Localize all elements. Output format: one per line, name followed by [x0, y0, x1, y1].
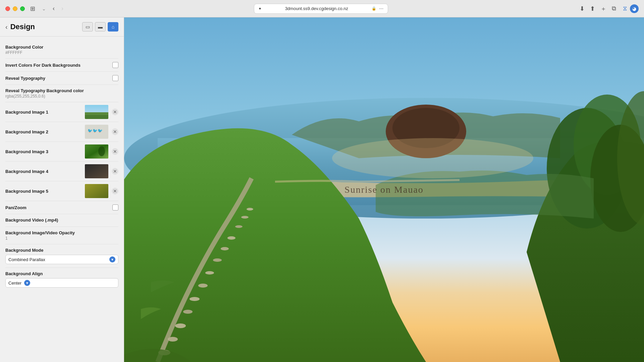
bg-image-1-remove-button[interactable]: ✕ [112, 109, 118, 115]
browser-chrome: ⊞ ⌄ ‹ › ✦ 3dmount.ss9.dev.cgdesign.co.nz… [0, 0, 644, 17]
forward-button: › [60, 4, 65, 13]
desktop-view-button[interactable]: ▭ [82, 22, 93, 32]
lock-icon: 🔒 [372, 6, 376, 11]
bg-image-1-thumbnail[interactable] [85, 105, 108, 119]
bg-image-5-label: Background Image 5 [5, 189, 82, 194]
bg-image-3-thumbnail[interactable] [85, 144, 108, 159]
content-area: Sunrise on Mauao [124, 17, 644, 362]
svg-point-22 [221, 247, 229, 250]
reveal-typography-row: Reveal Typography [5, 72, 118, 85]
svg-point-16 [175, 323, 186, 328]
photo-caption: Sunrise on Mauao [344, 184, 424, 195]
home-icon: ⌂ [112, 24, 114, 29]
sidebar-header: ‹ Design ▭ ▬ ⌂ [0, 17, 124, 37]
background-image-2-row: Background Image 2 🐦🐦🐦 ✕ [5, 122, 118, 142]
background-align-select[interactable]: Center ▼ [5, 278, 118, 288]
main-layout: ‹ Design ▭ ▬ ⌂ Background Color #FFFFFF [0, 17, 644, 362]
sidebar-toggle-button[interactable]: ⊞ [29, 4, 37, 13]
background-mode-field: Background Mode Combined Parallax ▼ [5, 244, 118, 268]
bg-image-3-remove-button[interactable]: ✕ [112, 148, 118, 155]
svg-point-6 [98, 146, 105, 156]
svg-point-24 [235, 225, 243, 228]
back-button[interactable]: ‹ [5, 23, 8, 31]
address-bar[interactable]: ✦ 3dmount.ss9.dev.cgdesign.co.nz 🔒 ··· [254, 4, 388, 14]
reveal-typography-bg-label: Reveal Typography Background color [5, 88, 118, 93]
thumbnail-svg [85, 105, 108, 119]
landscape-photo: Sunrise on Mauao [124, 17, 644, 362]
design-sidebar: ‹ Design ▭ ▬ ⌂ Background Color #FFFFFF [0, 17, 124, 362]
svg-point-25 [241, 216, 249, 219]
more-options-icon[interactable]: ··· [379, 6, 383, 12]
thumbnail-svg-3 [85, 144, 108, 159]
background-align-label: Background Align [5, 271, 118, 276]
minimize-window-button[interactable] [13, 6, 17, 11]
background-mode-label: Background Mode [5, 248, 118, 253]
pan-zoom-row: Pan/Zoom [5, 201, 118, 214]
select-align-arrow-icon: ▼ [24, 280, 30, 286]
site-favicon: ✦ [258, 6, 262, 11]
svg-rect-2 [85, 112, 108, 115]
svg-point-31 [332, 138, 533, 178]
svg-rect-7 [85, 164, 108, 178]
download-button[interactable]: ⬇ [580, 5, 585, 13]
url-text: 3dmount.ss9.dev.cgdesign.co.nz [264, 6, 369, 11]
background-image-5-row: Background Image 5 ✕ [5, 181, 118, 201]
reveal-typography-label: Reveal Typography [5, 76, 45, 81]
tabs-overview-button[interactable]: ⧉ [612, 5, 616, 13]
bg-image-5-thumbnail[interactable] [85, 184, 108, 198]
reveal-typography-bg-value: rgba(255,255,255,0.6) [5, 94, 118, 99]
bg-opacity-value: 1 [5, 236, 118, 241]
pan-zoom-label: Pan/Zoom [5, 205, 26, 210]
bg-image-5-remove-button[interactable]: ✕ [112, 188, 118, 194]
bg-image-4-thumbnail[interactable] [85, 164, 108, 178]
chevron-down-icon[interactable]: ⌄ [41, 5, 47, 12]
bg-image-3-label: Background Image 3 [5, 149, 82, 154]
background-video-field: Background Video (.mp4) [5, 214, 118, 227]
squarespace-icon[interactable]: ⧖ [623, 5, 627, 12]
bg-image-1-label: Background Image 1 [5, 110, 82, 115]
select-arrow-icon: ▼ [109, 256, 115, 262]
background-image-3-row: Background Image 3 [5, 142, 118, 162]
background-image-1-row: Background Image 1 [5, 102, 118, 122]
svg-point-26 [247, 208, 253, 210]
svg-point-21 [213, 258, 222, 262]
profile-icon[interactable]: ◕ [630, 4, 639, 13]
close-window-button[interactable] [5, 6, 10, 11]
home-view-button[interactable]: ⌂ [108, 22, 118, 32]
svg-point-17 [183, 310, 193, 314]
desktop-icon: ▭ [86, 24, 90, 29]
background-image-4-row: Background Image 4 ✕ [5, 162, 118, 181]
design-panel-content: Background Color #FFFFFF Invert Colors F… [0, 37, 124, 296]
back-button[interactable]: ‹ [51, 4, 56, 13]
pan-zoom-checkbox[interactable] [112, 204, 118, 210]
svg-text:🐦🐦🐦: 🐦🐦🐦 [88, 128, 103, 133]
bg-image-2-remove-button[interactable]: ✕ [112, 128, 118, 135]
svg-rect-8 [85, 184, 108, 198]
background-video-label: Background Video (.mp4) [5, 218, 118, 223]
thumbnail-svg-5 [85, 184, 108, 198]
view-icons: ▭ ▬ ⌂ [82, 22, 118, 32]
svg-point-19 [198, 284, 208, 288]
invert-colors-checkbox[interactable] [112, 62, 118, 68]
svg-point-18 [190, 297, 200, 301]
svg-point-20 [205, 271, 214, 275]
background-mode-value: Combined Parallax [8, 257, 45, 262]
background-mode-select[interactable]: Combined Parallax ▼ [5, 255, 118, 264]
bg-image-2-label: Background Image 2 [5, 129, 82, 134]
svg-point-23 [227, 236, 235, 240]
split-view-button[interactable]: ▬ [95, 22, 106, 32]
share-button[interactable]: ⬆ [590, 5, 595, 13]
split-icon: ▬ [98, 24, 103, 29]
bg-image-2-thumbnail[interactable]: 🐦🐦🐦 [85, 125, 108, 139]
maximize-window-button[interactable] [20, 6, 25, 11]
traffic-lights [5, 6, 25, 11]
reveal-typography-checkbox[interactable] [112, 75, 118, 81]
invert-colors-label: Invert Colors For Dark Backgrounds [5, 63, 80, 68]
svg-point-15 [168, 337, 178, 342]
bg-image-4-remove-button[interactable]: ✕ [112, 168, 118, 175]
background-color-label: Background Color [5, 45, 118, 50]
new-tab-button[interactable]: ＋ [600, 5, 606, 13]
invert-colors-row: Invert Colors For Dark Backgrounds [5, 59, 118, 72]
bg-opacity-field: Background Image/Video Opacity 1 [5, 227, 118, 244]
thumbnail-svg-4 [85, 164, 108, 178]
